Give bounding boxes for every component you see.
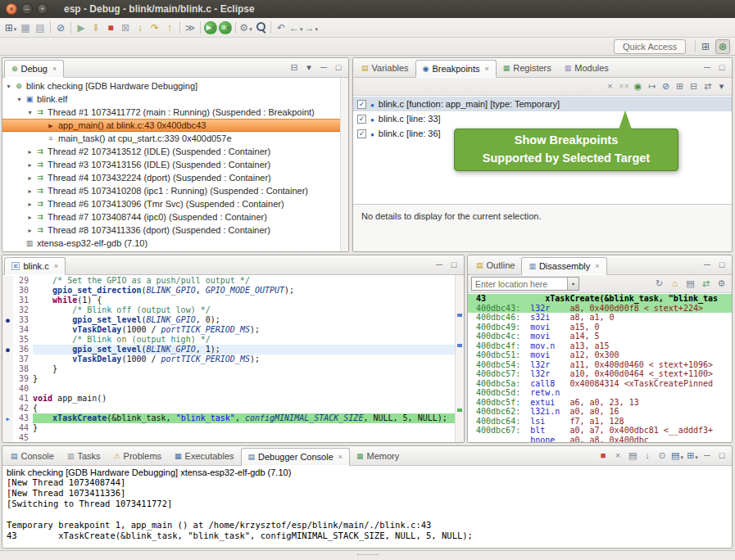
terminate-icon[interactable]: ■ — [597, 449, 610, 463]
maximize-icon[interactable]: □ — [715, 259, 728, 272]
code-text[interactable]: vTaskDelay(1000 / portTICK_PERIOD_MS); — [33, 325, 464, 335]
breakpoint-icon[interactable] — [2, 345, 13, 355]
code-line[interactable]: 35 /* Blink on (output high) */ — [2, 335, 464, 345]
remove-launch-icon[interactable]: × — [611, 449, 624, 463]
breakpoint-checkbox[interactable] — [357, 115, 366, 124]
code-line[interactable]: 33 gpio_set_level(BLINK_GPIO, 0); — [2, 315, 464, 325]
link-with-debug-view-icon[interactable]: ⇄ — [701, 79, 715, 93]
code-text[interactable]: xTaskCreate(&blink_task, "blink_task", c… — [33, 413, 464, 423]
last-edit-location-icon[interactable]: ↶ — [274, 20, 288, 35]
tree-item-blink-checking-gdb-hardware-debugging[interactable]: ▾blink checking [GDB Hardware Debugging] — [2, 79, 348, 93]
gutter[interactable] — [2, 433, 13, 442]
show-source-icon[interactable]: ▤ — [683, 277, 697, 291]
disassembly-row[interactable]: 400dbc4c: movi a14, 5 — [468, 332, 732, 341]
overview-ruler[interactable] — [455, 275, 464, 442]
expander-icon[interactable]: ▸ — [25, 148, 34, 156]
open-perspective-icon[interactable]: ⊞ — [698, 39, 713, 54]
expander-icon[interactable]: ▾ — [4, 83, 13, 90]
view-menu-icon[interactable]: ▾ — [715, 79, 728, 93]
minimize-icon[interactable]: ─ — [701, 61, 714, 75]
gutter[interactable] — [2, 364, 13, 374]
quick-access-button[interactable]: Quick Access — [614, 39, 686, 54]
tree-item-thread-4-1073432224-dport-suspended-cont[interactable]: ▸Thread #4 1073432224 (dport) (Suspended… — [2, 171, 348, 184]
expander-icon[interactable]: ▸ — [25, 174, 34, 182]
step-into-icon[interactable]: ↓ — [133, 20, 147, 35]
refresh-icon[interactable]: ↻ — [652, 277, 666, 291]
code-line[interactable]: 44} — [2, 423, 464, 433]
code-line[interactable]: 43 xTaskCreate(&blink_task, "blink_task"… — [2, 413, 464, 423]
code-text[interactable] — [33, 384, 464, 394]
expander-icon[interactable]: ▸ — [25, 187, 34, 195]
skip-all-breakpoints-icon[interactable]: ⊘ — [659, 79, 673, 93]
disassembly-row[interactable]: 400dbc43: l32r a8, 0x400d00f8 <_stext+22… — [468, 304, 732, 314]
collapse-all-icon[interactable]: ⊟ — [687, 79, 701, 93]
disassembly-row[interactable]: 400dbc5d: retw.n — [468, 388, 732, 398]
scroll-lock-icon[interactable]: ↓ — [641, 449, 654, 463]
print-icon[interactable]: ▤ — [33, 20, 48, 35]
code-line[interactable]: 41void app_main() — [2, 394, 464, 404]
overview-breakpoint-mark[interactable] — [457, 314, 462, 317]
code-text[interactable]: /* Blink on (output high) */ — [33, 335, 464, 345]
code-text[interactable]: } — [33, 364, 464, 374]
close-icon[interactable] — [54, 262, 58, 270]
external-tools-icon[interactable]: ⚙ — [238, 20, 253, 35]
gutter[interactable] — [2, 335, 13, 345]
tab-debugger-console[interactable]: ▤Debugger Console — [241, 448, 351, 466]
new-wizard-icon[interactable]: ⊞ — [3, 20, 18, 35]
expand-all-icon[interactable]: ⊞ — [673, 79, 687, 93]
run-icon[interactable]: ▶ — [204, 21, 217, 34]
debug-scrollbar[interactable] — [340, 78, 348, 251]
code-text[interactable]: gpio_set_level(BLINK_GPIO, 1); — [33, 345, 464, 355]
view-menu-icon[interactable]: ▾ — [302, 61, 315, 75]
home-icon[interactable]: ⌂ — [668, 277, 682, 291]
disassembly-listing[interactable]: 43 xTaskCreate(&blink_task, "blink_tas 4… — [468, 293, 732, 442]
gutter[interactable] — [2, 286, 13, 296]
breakpoint-checkbox[interactable] — [357, 100, 366, 109]
disassembly-row[interactable]: 400dbc49: movi a15, 0 — [468, 323, 732, 332]
close-icon[interactable] — [338, 453, 343, 461]
dropdown-arrow-icon[interactable] — [299, 22, 303, 34]
show-breakpoints-for-selected-target-icon[interactable]: ◉ — [631, 79, 645, 93]
tree-item-xtensa-esp32-elf-gdb-7-10[interactable]: xtensa-esp32-elf-gdb (7.10) — [2, 237, 348, 250]
code-line[interactable]: 32 /* Blink off (output low) */ — [2, 305, 464, 315]
minimize-icon[interactable]: ─ — [701, 259, 714, 272]
remove-all-breakpoints-icon[interactable]: ×× — [617, 79, 631, 93]
code-text[interactable]: } — [33, 423, 464, 433]
tree-item-app-main-at-blink-c-43-0x400dbc43[interactable]: app_main() at blink.c:43 0x400dbc43 — [2, 119, 348, 132]
code-line[interactable]: 31 while(1) { — [2, 296, 464, 305]
tab-outline[interactable]: ▤Outline — [470, 256, 521, 274]
code-editor[interactable]: 29 /* Set the GPIO as a push/pull output… — [2, 275, 464, 442]
console-output[interactable]: blink checking [GDB Hardware Debugging] … — [2, 466, 732, 548]
remove-selected-breakpoints-icon[interactable]: × — [603, 79, 617, 93]
tab-variables[interactable]: ▤Variables — [355, 59, 415, 77]
code-text[interactable]: { — [33, 404, 464, 413]
disassembly-row[interactable]: 400dbc4f: mov.n a13, a15 — [468, 341, 732, 351]
expander-icon[interactable]: ▸ — [25, 161, 34, 169]
disconnect-icon[interactable]: ⊠ — [118, 20, 133, 35]
gutter[interactable] — [2, 423, 13, 433]
window-minimize-icon[interactable] — [21, 3, 33, 15]
tree-item-thread-3-1073413156-idle-suspended-conta[interactable]: ▸Thread #3 1073413156 (IDLE) (Suspended … — [2, 158, 348, 171]
code-line[interactable]: 29 /* Set the GPIO as a push/pull output… — [2, 276, 464, 286]
code-line[interactable]: 36 gpio_set_level(BLINK_GPIO, 1); — [2, 345, 464, 355]
tree-item-main-task-at-cpu-start-c-339-0x400d057e[interactable]: main_task() at cpu_start.c:339 0x400d057… — [2, 132, 348, 145]
pin-console-icon[interactable]: ⊙ — [656, 449, 669, 463]
code-text[interactable]: gpio_set_direction(BLINK_GPIO, GPIO_MODE… — [33, 286, 464, 296]
tab-executables[interactable]: ▦Executables — [168, 447, 240, 465]
code-text[interactable]: /* Blink off (output low) */ — [33, 305, 464, 315]
close-icon[interactable] — [485, 65, 489, 73]
tab-tasks[interactable]: ▥Tasks — [61, 447, 107, 465]
tab-memory[interactable]: ▦Memory — [350, 447, 406, 465]
dropdown-arrow-icon[interactable] — [679, 451, 683, 461]
code-text[interactable] — [33, 433, 464, 442]
gutter[interactable] — [2, 355, 13, 364]
debug-icon[interactable]: ⊛ — [219, 21, 232, 34]
location-input[interactable]: Enter location here — [472, 279, 567, 289]
code-line[interactable]: 42{ — [2, 404, 464, 413]
display-selected-console-icon[interactable]: ▤ — [670, 449, 684, 463]
tab-breakpoints[interactable]: ◉Breakpoints — [415, 60, 497, 78]
code-line[interactable]: 39} — [2, 374, 464, 384]
skip-all-breakpoints-icon[interactable]: ⊘ — [53, 20, 68, 35]
dropdown-arrow-icon[interactable] — [226, 24, 230, 31]
disassembly-row[interactable]: 400dbc5f: extui a6, a0, 23, 13 — [468, 398, 732, 408]
